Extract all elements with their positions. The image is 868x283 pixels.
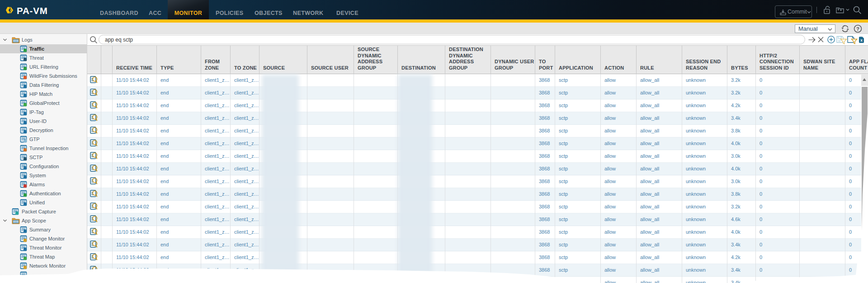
svg-text:x: x [860, 38, 863, 42]
svg-text:?: ? [856, 26, 859, 32]
